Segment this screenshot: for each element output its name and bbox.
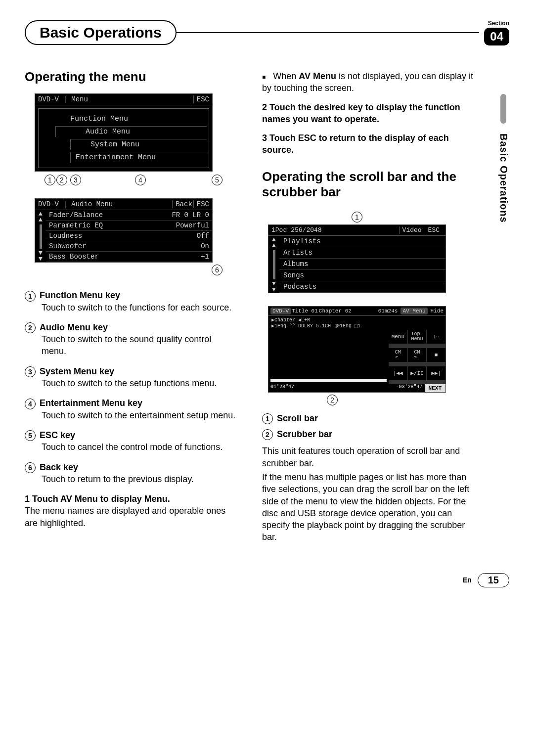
key-desc: Touch to switch to the entertainment set… [25, 409, 237, 421]
dvd-next-button[interactable]: ▶▶| [427, 366, 445, 380]
key-title: Back key [40, 462, 78, 472]
dvd-topmenu-button[interactable]: Top Menu [408, 330, 427, 344]
scroll-body-1: This unit features touch operation of sc… [262, 445, 475, 469]
menu-source-label: DVD-V [38, 95, 59, 103]
dvd-cm-fwd-button[interactable]: CM ↷ [408, 348, 427, 362]
audio-menu-screen: DVD-V | Audio Menu Back ESC ▲ ▲ ▼ ▼ Fade… [35, 198, 213, 263]
ipod-counter: 256/2048 [287, 226, 399, 234]
audio-back-button[interactable]: Back [172, 200, 192, 208]
dvd-arrows-button[interactable]: ↕↔ [427, 330, 445, 344]
dvd-playback-screen: DVD-V Title 01 Chapter 02 01m24s AV Menu… [268, 306, 446, 393]
page-header: Basic Operations Section 04 [25, 20, 509, 45]
scrubber-bar[interactable] [270, 379, 387, 382]
key-definition: 3System Menu keyTouch to switch to the s… [25, 365, 237, 390]
audio-row[interactable]: Parametric EQPowerful [46, 221, 212, 231]
ipod-screen: iPod 256/2048 Video ESC ▲ ▲ ▼ ▼ Playlist… [268, 224, 446, 293]
ipod-video-button[interactable]: Video [399, 226, 425, 234]
callout-4: 4 [135, 175, 146, 185]
step-1-body: The menu names are displayed and operabl… [25, 506, 225, 528]
key-number: 4 [25, 399, 36, 409]
key-number: 3 [25, 366, 36, 377]
menu-esc-button[interactable]: ESC [193, 95, 209, 103]
menu-item-entertainment[interactable]: Entertainment Menu [70, 152, 207, 163]
callout-2: 2 [56, 175, 67, 185]
key-title: ESC key [40, 430, 75, 440]
label-definition: 1Scroll bar [262, 412, 475, 424]
audio-esc-button[interactable]: ESC [193, 200, 209, 208]
ipod-list-item[interactable]: Albums [279, 259, 445, 270]
scroll-up-icon[interactable]: ▲ [39, 217, 43, 223]
dvd-source-label: DVD-V [270, 308, 291, 314]
key-title: Audio Menu key [40, 322, 108, 332]
audio-scrollbar[interactable]: ▲ ▲ ▼ ▼ [35, 210, 46, 262]
page-footer: En 15 [25, 573, 509, 587]
audio-title: Audio Menu [71, 200, 113, 208]
ipod-list-item[interactable]: Songs [279, 270, 445, 281]
dvd-chapter-label: Chapter 02 [319, 308, 352, 314]
ipod-list-item[interactable]: Playlists [279, 236, 445, 247]
dvd-hide-button[interactable]: Hide [431, 308, 444, 314]
dvd-stop-button[interactable]: ■ [427, 348, 445, 362]
scroll-down-icon[interactable]: ▼ [272, 287, 276, 293]
menu-item-audio[interactable]: Audio Menu [55, 126, 207, 137]
side-tab: Basic Operations [496, 133, 509, 223]
scroll-body-2: If the menu has multiple pages or list h… [262, 471, 475, 543]
ipod-scrollbar[interactable]: ▲ ▲ ▼ ▼ [268, 236, 279, 293]
key-definitions: 1Function Menu keyTouch to switch to the… [25, 289, 237, 485]
menu-title: Menu [71, 95, 88, 103]
dvd-avmenu-button[interactable]: AV Menu [400, 308, 427, 314]
callout-6: 6 [212, 265, 222, 275]
key-number: 1 [25, 291, 36, 302]
audio-row-value: +1 [165, 253, 209, 261]
dvd-video-area[interactable] [268, 330, 389, 384]
ipod-list-item[interactable]: Podcasts [279, 281, 445, 293]
menu-item-system[interactable]: System Menu [70, 139, 207, 150]
dvd-subline-1: ▶Chapter ◀L+R [271, 317, 443, 323]
menu-screen: DVD-V | Menu ESC Function Menu Audio Men… [35, 93, 213, 172]
audio-row-value: Powerful [165, 222, 209, 229]
dvd-title-label: Title 01 [292, 308, 318, 314]
dvd-menu-button[interactable]: Menu [389, 330, 407, 344]
ipod-callout-1: 1 [352, 212, 362, 222]
key-desc: Touch to switch to the functions for eac… [25, 302, 237, 313]
audio-row-value: Off [165, 232, 209, 240]
key-definition: 1Function Menu keyTouch to switch to the… [25, 289, 237, 313]
dvd-remain: -03'28"47 [396, 384, 423, 390]
audio-row-name: Subwoofer [49, 242, 165, 250]
key-definition: 2Audio Menu keyTouch to switch to the so… [25, 321, 237, 357]
step-3: 3 Touch ESC to return to the display of … [262, 132, 475, 156]
audio-row-name: Parametric EQ [49, 222, 165, 229]
right-heading: Operating the scroll bar and the scrubbe… [262, 169, 475, 200]
key-desc: Touch to return to the previous display. [25, 473, 237, 485]
dvd-nextpage-button[interactable]: NEXT [425, 384, 445, 392]
dvd-prev-button[interactable]: |◀◀ [389, 366, 407, 380]
dvd-subline-2: ▶1Eng ᴰᴰ DOLBY 5.1CH ⬚01Eng ⬚1 [271, 323, 443, 329]
key-desc: Touch to switch to the setup functions m… [25, 377, 237, 389]
audio-row-value: FR 0 LR 0 [165, 211, 209, 219]
audio-row-value: On [165, 242, 209, 250]
audio-row[interactable]: Fader/BalanceFR 0 LR 0 [46, 210, 212, 221]
audio-row[interactable]: LoudnessOff [46, 231, 212, 241]
key-definition: 4Entertainment Menu keyTouch to switch t… [25, 397, 237, 421]
ipod-esc-button[interactable]: ESC [425, 226, 443, 234]
key-desc: Touch to switch to the sound quality con… [25, 333, 237, 357]
dvd-play-button[interactable]: ▶/II [408, 366, 427, 380]
audio-row[interactable]: Bass Booster+1 [46, 252, 212, 262]
audio-row-name: Bass Booster [49, 253, 165, 261]
side-tab-label: Basic Operations [498, 133, 509, 223]
header-rule [172, 32, 480, 33]
label-title: Scrubber bar [277, 429, 332, 439]
scroll-down-icon[interactable]: ▼ [39, 256, 43, 262]
menu-item-function[interactable]: Function Menu [41, 114, 207, 124]
key-definition: 6Back keyTouch to return to the previous… [25, 461, 237, 486]
scroll-up-icon[interactable]: ▲ [272, 243, 276, 249]
step-1-head: 1 Touch AV Menu to display Menu. [25, 494, 170, 504]
dvd-cm-back-button[interactable]: CM ↶ [389, 348, 407, 362]
callout-1: 1 [44, 175, 55, 185]
audio-row[interactable]: SubwooferOn [46, 241, 212, 252]
ipod-list-item[interactable]: Artists [279, 247, 445, 259]
label-number: 2 [262, 429, 273, 440]
note-av-menu: When AV Menu is not displayed, you can d… [262, 70, 475, 94]
label-number: 1 [262, 413, 273, 424]
audio-source-label: DVD-V [38, 200, 59, 208]
